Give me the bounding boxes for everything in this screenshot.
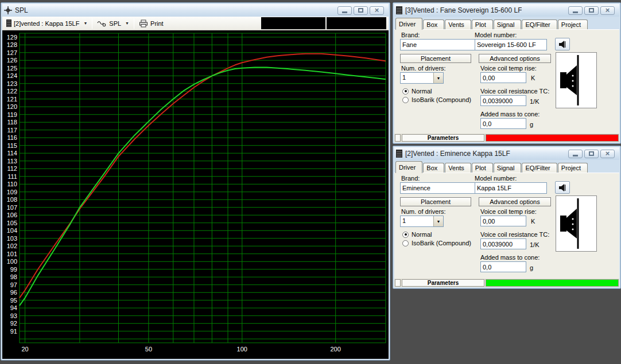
tab-plot[interactable]: Plot bbox=[472, 163, 493, 173]
readout-frequency bbox=[261, 17, 325, 29]
svg-text:105: 105 bbox=[7, 220, 17, 226]
vc-temp-unit: K bbox=[531, 218, 535, 225]
svg-text:100: 100 bbox=[7, 258, 17, 265]
vc-res-field[interactable] bbox=[480, 238, 526, 249]
model-number-label: Model number: bbox=[475, 32, 517, 38]
advanced-options-button[interactable]: Advanced options bbox=[479, 54, 551, 63]
tab-signal[interactable]: Signal bbox=[494, 163, 522, 173]
added-mass-unit: g bbox=[530, 121, 533, 128]
spl-chart: 9192939495969798991001011021031041051061… bbox=[2, 30, 389, 359]
added-mass-field[interactable] bbox=[480, 261, 526, 272]
spl-titlebar[interactable]: SPL × bbox=[2, 4, 389, 17]
svg-text:109: 109 bbox=[7, 189, 17, 195]
advanced-options-button[interactable]: Advanced options bbox=[479, 197, 551, 206]
tab-strip: Driver Box Vents Plot Signal EQ/Filter P… bbox=[394, 17, 619, 29]
svg-text:116: 116 bbox=[7, 134, 17, 141]
svg-text:108: 108 bbox=[7, 196, 17, 203]
spl-toolbar: [2]vented : Kappa 15LF ▼ SPL ▼ Print bbox=[2, 17, 389, 30]
driver-window-title: [3]Vented : Fane Sovereign 15-600 LF bbox=[405, 6, 522, 14]
svg-text:125: 125 bbox=[7, 65, 17, 72]
tab-eq-filter[interactable]: EQ/Filter bbox=[522, 19, 557, 29]
svg-text:122: 122 bbox=[7, 88, 17, 95]
model-number-field[interactable] bbox=[475, 39, 547, 50]
graph-type-dropdown[interactable]: SPL ▼ bbox=[95, 19, 131, 28]
tab-box[interactable]: Box bbox=[423, 19, 444, 29]
vc-res-field[interactable] bbox=[480, 95, 526, 106]
placement-button[interactable]: Placement bbox=[400, 54, 471, 63]
radio-isobarik[interactable]: IsoBarik (Compound) bbox=[402, 96, 471, 103]
driver-window-title: [2]Vented : Eminence Kappa 15LF bbox=[405, 150, 510, 158]
tab-driver[interactable]: Driver bbox=[395, 161, 422, 173]
speaker-button[interactable] bbox=[555, 181, 570, 194]
tab-project[interactable]: Project bbox=[558, 19, 588, 29]
svg-text:128: 128 bbox=[7, 41, 17, 48]
status-parameters-label: Parameters bbox=[402, 279, 484, 287]
project-selector-label: [2]vented : Kappa 15LF bbox=[14, 20, 79, 27]
status-progress-bar bbox=[486, 134, 619, 142]
status-cell-blank bbox=[395, 134, 401, 142]
minimize-button[interactable] bbox=[568, 150, 583, 158]
print-button[interactable]: Print bbox=[137, 18, 165, 29]
tab-vents[interactable]: Vents bbox=[445, 163, 471, 173]
model-number-field[interactable] bbox=[475, 182, 547, 194]
svg-text:127: 127 bbox=[7, 49, 17, 56]
driver-titlebar[interactable]: [2]Vented : Eminence Kappa 15LF × bbox=[394, 147, 619, 160]
driver-titlebar[interactable]: [3]Vented : Fane Sovereign 15-600 LF × bbox=[394, 4, 619, 17]
tab-vents[interactable]: Vents bbox=[445, 19, 471, 29]
svg-text:92: 92 bbox=[10, 320, 17, 327]
tab-plot[interactable]: Plot bbox=[472, 19, 493, 29]
tab-signal[interactable]: Signal bbox=[494, 19, 522, 29]
vc-res-label: Voice coil resistance TC: bbox=[480, 88, 549, 95]
chevron-down-icon: ▼ bbox=[125, 21, 129, 25]
svg-text:124: 124 bbox=[7, 72, 17, 79]
num-drivers-value: 1 bbox=[401, 73, 433, 83]
tab-box[interactable]: Box bbox=[423, 163, 444, 173]
close-button[interactable]: × bbox=[370, 6, 384, 15]
close-button[interactable]: × bbox=[600, 150, 615, 158]
radio-normal[interactable]: Normal bbox=[402, 231, 432, 238]
radio-isobarik[interactable]: IsoBarik (Compound) bbox=[402, 240, 471, 246]
num-drivers-select[interactable]: 1 ▼ bbox=[400, 216, 444, 227]
window-controls: × bbox=[337, 6, 387, 15]
restore-button[interactable] bbox=[354, 6, 368, 15]
status-progress-bar bbox=[486, 279, 619, 287]
printer-icon bbox=[139, 19, 148, 28]
vc-temp-field[interactable] bbox=[480, 216, 526, 226]
driver-diagram bbox=[556, 195, 597, 252]
added-mass-field[interactable] bbox=[480, 118, 526, 129]
driver-window-fane: [3]Vented : Fane Sovereign 15-600 LF × D… bbox=[393, 2, 621, 144]
restore-button[interactable] bbox=[584, 6, 599, 15]
placement-button[interactable]: Placement bbox=[400, 197, 471, 206]
tab-driver[interactable]: Driver bbox=[395, 18, 422, 30]
minimize-button[interactable] bbox=[337, 6, 352, 15]
vc-res-unit: 1/K bbox=[530, 98, 540, 105]
project-selector-dropdown[interactable]: [2]vented : Kappa 15LF ▼ bbox=[5, 18, 89, 28]
radio-unchecked-icon bbox=[402, 240, 409, 246]
tab-eq-filter[interactable]: EQ/Filter bbox=[522, 163, 557, 173]
svg-text:121: 121 bbox=[7, 96, 17, 103]
restore-icon bbox=[358, 8, 363, 13]
waveform-icon bbox=[97, 20, 107, 27]
speaker-button[interactable] bbox=[555, 38, 570, 50]
spl-window-title: SPL bbox=[15, 6, 28, 14]
svg-text:112: 112 bbox=[7, 165, 17, 172]
vc-temp-field[interactable] bbox=[480, 72, 526, 83]
driver-tab-content: Brand: Model number: Placement Advanced … bbox=[394, 29, 619, 134]
radio-normal[interactable]: Normal bbox=[402, 88, 432, 95]
minimize-button[interactable] bbox=[568, 6, 583, 15]
restore-button[interactable] bbox=[584, 150, 599, 158]
close-button[interactable]: × bbox=[600, 6, 615, 15]
window-icon bbox=[396, 6, 402, 14]
window-controls: × bbox=[568, 6, 618, 15]
added-mass-unit: g bbox=[530, 264, 533, 271]
status-cell-blank bbox=[395, 279, 401, 287]
vc-res-label: Voice coil resistance TC: bbox=[480, 231, 549, 238]
svg-text:102: 102 bbox=[7, 242, 17, 249]
spl-plot-area[interactable]: 9192939495969798991001011021031041051061… bbox=[2, 30, 389, 359]
num-drivers-select[interactable]: 1 ▼ bbox=[400, 72, 444, 84]
svg-text:120: 120 bbox=[7, 103, 17, 110]
tab-project[interactable]: Project bbox=[558, 163, 588, 173]
project-icon bbox=[6, 19, 11, 27]
toolbar-readouts bbox=[261, 17, 386, 29]
plot-crosshair-icon bbox=[4, 6, 12, 14]
